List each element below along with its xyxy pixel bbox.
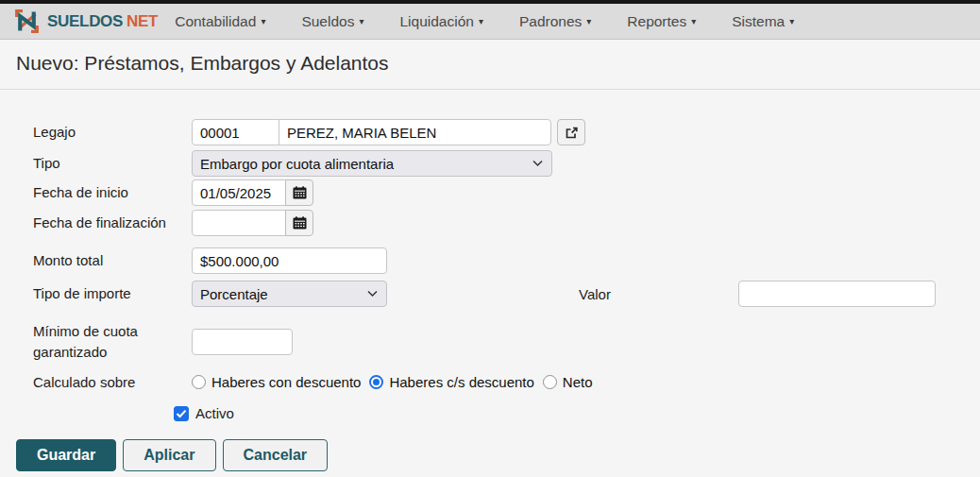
activo-row: Activo [16,405,964,421]
fecha-inicio-group [192,179,313,206]
fecha-finalizacion-label: Fecha de finalización [33,213,192,233]
calculado-sobre-row: Calculado sobre Haberes con descuento Ha… [16,372,964,393]
chevron-down-icon [367,291,378,298]
fecha-finalizacion-input[interactable] [192,210,286,236]
radio-haberes-con-descuento[interactable]: Haberes con descuento [192,374,361,390]
tipo-importe-select[interactable]: Porcentaje [192,281,387,307]
checkbox-icon[interactable] [174,406,189,421]
tipo-importe-label: Tipo de importe [33,283,192,304]
tipo-row: Tipo Embargo por cuota alimentaria [16,150,964,177]
fecha-finalizacion-calendar-button[interactable] [285,210,313,236]
calculado-sobre-label: Calculado sobre [33,372,192,393]
legajo-row: Legajo [16,119,964,145]
nav-item-label: Sistema [732,13,785,30]
nav-item-contabilidad[interactable]: Contabilidad▾ [175,13,265,30]
activo-label: Activo [195,405,234,421]
radio-icon[interactable] [369,375,383,389]
legajo-label: Legajo [33,122,192,143]
minimo-cuota-label: Mínimo de cuota garantizado [33,321,192,363]
radio-haberes-cs-descuento[interactable]: Haberes c/s descuento [369,374,533,390]
monto-total-input[interactable] [192,247,387,274]
cancel-button[interactable]: Cancelar [223,439,329,471]
fecha-inicio-calendar-button[interactable] [285,179,313,206]
nav-item-label: Reportes [627,13,686,30]
radio-label: Haberes con descuento [211,374,361,390]
radio-neto[interactable]: Neto [543,374,593,390]
activo-checkbox-option[interactable]: Activo [174,405,234,421]
monto-total-label: Monto total [33,250,192,271]
legajo-lookup-button[interactable] [557,119,585,145]
radio-icon[interactable] [543,375,557,389]
page-title: Nuevo: Préstamos, Embargos y Adelantos [16,52,964,75]
calendar-icon [293,186,307,199]
chevron-down-icon: ▾ [479,17,483,26]
nav-item-liquidacion[interactable]: Liquidación▾ [399,13,482,30]
radio-label: Neto [563,374,593,390]
nav-item-label: Sueldos [301,13,354,30]
sueldosnet-logo-icon [13,8,41,35]
nav-item-label: Contabilidad [175,13,256,30]
chevron-down-icon: ▾ [586,17,591,26]
brand-logo[interactable]: SUELDOSNET [13,8,158,35]
nav-item-sueldos[interactable]: Sueldos▾ [301,13,363,30]
radio-icon[interactable] [192,375,206,389]
nav-menu: Contabilidad▾ Sueldos▾ Liquidación▾ Padr… [175,13,794,30]
nav-item-reportes[interactable]: Reportes▾ [627,13,696,30]
fecha-finalizacion-row: Fecha de finalización [16,210,964,236]
calendar-icon [293,216,307,230]
open-in-new-icon [565,126,579,140]
radio-label: Haberes c/s descuento [389,374,533,390]
save-button[interactable]: Guardar [16,439,116,471]
nav-item-label: Liquidación [399,13,473,30]
main-navbar: SUELDOSNET Contabilidad▾ Sueldos▾ Liquid… [0,4,980,40]
nav-item-sistema[interactable]: Sistema▾ [732,13,794,30]
monto-total-row: Monto total [16,247,964,274]
tipo-label: Tipo [33,153,192,174]
tipo-importe-row: Tipo de importe Porcentaje Valor [16,281,964,307]
fecha-finalizacion-group [192,210,313,236]
chevron-down-icon: ▾ [359,17,363,26]
chevron-down-icon: ▾ [691,17,696,26]
nav-item-padrones[interactable]: Padrones▾ [519,13,591,30]
form-actions: Guardar Aplicar Cancelar [16,439,964,471]
chevron-down-icon: ▾ [261,17,265,26]
brand-name-secondary: NET [127,12,158,30]
fecha-inicio-row: Fecha de inicio [16,179,964,206]
tipo-importe-select-value: Porcentaje [200,286,268,302]
valor-label: Valor [579,286,738,302]
chevron-down-icon: ▾ [789,17,794,26]
minimo-cuota-row: Mínimo de cuota garantizado [16,321,964,363]
apply-button[interactable]: Aplicar [123,439,215,471]
brand-name: SUELDOSNET [47,12,158,31]
chevron-down-icon [532,161,543,167]
legajo-input-group [192,119,551,145]
nav-item-label: Padrones [519,13,582,30]
brand-name-primary: SUELDOS [47,12,123,30]
calculado-sobre-radio-group: Haberes con descuento Haberes c/s descue… [192,374,593,390]
new-prestamo-form: Legajo Tipo Embargo por cuota alimentari… [0,90,980,471]
valor-input[interactable] [738,281,936,307]
page-header: Nuevo: Préstamos, Embargos y Adelantos [0,40,980,90]
minimo-cuota-input[interactable] [192,329,293,355]
fecha-inicio-label: Fecha de inicio [33,182,192,203]
tipo-select-value: Embargo por cuota alimentaria [200,156,394,172]
fecha-inicio-input[interactable] [192,179,286,206]
legajo-name-input[interactable] [279,119,551,145]
legajo-code-input[interactable] [192,119,279,145]
tipo-select[interactable]: Embargo por cuota alimentaria [192,150,552,177]
